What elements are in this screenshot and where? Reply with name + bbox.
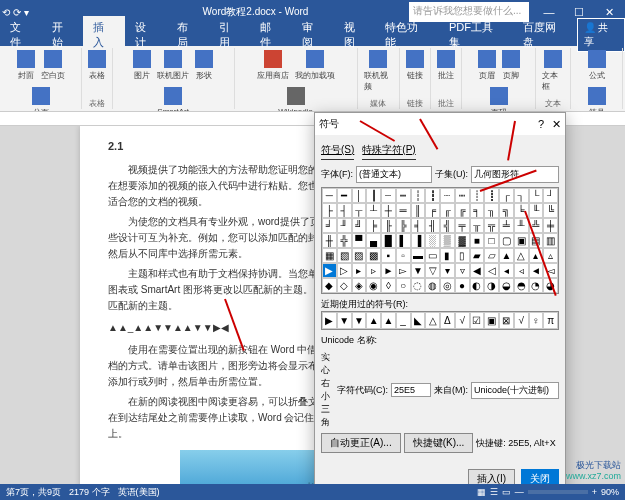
symbol-cell[interactable]: ▱ xyxy=(484,248,499,263)
symbol-cell[interactable]: ┃ xyxy=(366,188,381,203)
btn-header[interactable]: 页眉 xyxy=(476,48,498,83)
symbol-cell[interactable]: ▾ xyxy=(440,263,455,278)
symbol-cell[interactable]: ╥ xyxy=(470,218,485,233)
btn-table[interactable]: 表格 xyxy=(86,48,108,83)
symbol-cell[interactable]: ╚ xyxy=(543,203,558,218)
recent-symbol-cell[interactable]: √ xyxy=(514,312,529,329)
symbol-cell[interactable]: ╩ xyxy=(529,218,544,233)
btn-pagenum[interactable]: 页码 xyxy=(488,85,510,112)
symbol-cell[interactable]: ┈ xyxy=(440,188,455,203)
symbol-cell[interactable]: ▷ xyxy=(337,263,352,278)
symbol-cell[interactable]: ╤ xyxy=(455,218,470,233)
symbol-cell[interactable]: □ xyxy=(484,233,499,248)
symbol-cell[interactable]: ▌ xyxy=(396,233,411,248)
recent-symbol-cell[interactable]: Δ xyxy=(440,312,455,329)
zoom-level[interactable]: 90% xyxy=(601,487,619,497)
symbol-cell[interactable]: ╜ xyxy=(337,218,352,233)
symbol-cell[interactable]: ◑ xyxy=(484,278,499,293)
symbol-cell[interactable]: ◇ xyxy=(337,278,352,293)
symbol-cell[interactable]: ╕ xyxy=(470,203,485,218)
symbol-cell[interactable]: ◍ xyxy=(425,278,440,293)
symbol-cell[interactable]: ◈ xyxy=(352,278,367,293)
symbol-cell[interactable]: ┉ xyxy=(455,188,470,203)
symbol-cell[interactable]: ╨ xyxy=(514,218,529,233)
symbol-cell[interactable]: ▤ xyxy=(529,233,544,248)
btn-myapp[interactable]: 我的加载项 xyxy=(293,48,337,83)
subset-combo[interactable]: 几何图形符 xyxy=(471,166,559,183)
symbol-cell[interactable]: ▲ xyxy=(499,248,514,263)
symbol-cell[interactable]: ╞ xyxy=(366,218,381,233)
btn-break[interactable]: 分页 xyxy=(30,85,52,112)
symbol-cell[interactable]: ╗ xyxy=(499,203,514,218)
symbol-cell[interactable]: ◓ xyxy=(514,278,529,293)
symbol-cell[interactable]: ► xyxy=(381,263,396,278)
symbol-cell[interactable]: ▀ xyxy=(352,233,367,248)
symbol-cell[interactable]: ▧ xyxy=(337,248,352,263)
symbol-cell[interactable]: ◁ xyxy=(484,263,499,278)
recent-symbol-cell[interactable]: √ xyxy=(455,312,470,329)
symbol-cell[interactable]: ╣ xyxy=(440,218,455,233)
symbol-cell[interactable]: ▩ xyxy=(366,248,381,263)
btn-footer[interactable]: 页脚 xyxy=(500,48,522,83)
symbol-cell[interactable]: △ xyxy=(514,248,529,263)
symbol-cell[interactable]: ▼ xyxy=(411,263,426,278)
btn-smartart[interactable]: SmartArt xyxy=(155,85,191,112)
tab-symbols[interactable]: 符号(S) xyxy=(321,141,354,160)
symbol-cell[interactable]: ▻ xyxy=(396,263,411,278)
symbol-cell[interactable]: ○ xyxy=(396,278,411,293)
symbol-cell[interactable]: ◆ xyxy=(322,278,337,293)
btn-pic[interactable]: 图片 xyxy=(131,48,153,83)
symbol-cell[interactable]: ┊ xyxy=(470,188,485,203)
symbol-cell[interactable]: ┅ xyxy=(396,188,411,203)
symbol-cell[interactable]: ▦ xyxy=(322,248,337,263)
shortcut-button[interactable]: 快捷键(K)... xyxy=(404,433,474,453)
symbol-cell[interactable]: ● xyxy=(455,278,470,293)
symbol-cell[interactable]: ▵ xyxy=(543,248,558,263)
symbol-cell[interactable]: ◀ xyxy=(470,263,485,278)
symbol-cell[interactable]: ┼ xyxy=(381,203,396,218)
symbol-cell[interactable]: ░ xyxy=(425,233,440,248)
symbol-cell[interactable]: ◕ xyxy=(543,278,558,293)
symbol-cell[interactable]: │ xyxy=(352,188,367,203)
symbol-cell[interactable]: ╦ xyxy=(484,218,499,233)
symbol-cell[interactable]: ◃ xyxy=(514,263,529,278)
symbol-cell[interactable]: ▐ xyxy=(411,233,426,248)
btn-cover[interactable]: 封面 xyxy=(15,48,37,83)
symbol-cell[interactable]: ─ xyxy=(322,188,337,203)
view-icon[interactable]: ▦ xyxy=(477,487,486,497)
symbol-cell[interactable]: ╢ xyxy=(425,218,440,233)
symbol-cell[interactable]: ╙ xyxy=(529,203,544,218)
symbol-cell[interactable]: ┇ xyxy=(425,188,440,203)
symbol-cell[interactable]: ▽ xyxy=(425,263,440,278)
recent-symbol-cell[interactable]: ☑ xyxy=(470,312,485,329)
view-icon[interactable]: ▭ xyxy=(502,487,511,497)
symbol-cell[interactable]: ▄ xyxy=(366,233,381,248)
recent-symbol-cell[interactable]: ▶ xyxy=(322,312,337,329)
status-words[interactable]: 2179 个字 xyxy=(69,486,110,499)
symbol-cell[interactable]: ╠ xyxy=(396,218,411,233)
recent-symbol-cell[interactable]: ♀ xyxy=(529,312,544,329)
symbol-cell[interactable]: ║ xyxy=(411,203,426,218)
symbol-cell[interactable]: ╡ xyxy=(411,218,426,233)
symbol-cell[interactable]: ┤ xyxy=(337,203,352,218)
symbol-cell[interactable]: ├ xyxy=(322,203,337,218)
btn-symbol[interactable]: 符号 xyxy=(586,85,608,112)
symbol-cell[interactable]: ┌ xyxy=(499,188,514,203)
status-lang[interactable]: 英语(美国) xyxy=(118,486,160,499)
symbol-cell[interactable]: ┐ xyxy=(514,188,529,203)
btn-online[interactable]: 联机图片 xyxy=(155,48,191,83)
symbol-cell[interactable]: ◔ xyxy=(529,278,544,293)
symbol-cell[interactable]: ╪ xyxy=(543,218,558,233)
symbol-cell[interactable]: ╛ xyxy=(322,218,337,233)
dialog-help-button[interactable]: ? xyxy=(538,118,544,131)
btn-shape[interactable]: 形状 xyxy=(193,48,215,83)
symbol-cell[interactable]: ╝ xyxy=(352,218,367,233)
symbol-cell[interactable]: ◂ xyxy=(499,263,514,278)
recent-symbol-cell[interactable]: _ xyxy=(396,312,411,329)
symbol-cell[interactable]: ▶ xyxy=(322,263,337,278)
symbol-cell[interactable]: ▢ xyxy=(499,233,514,248)
symbol-cell[interactable]: ▭ xyxy=(425,248,440,263)
symbol-cell[interactable]: ╔ xyxy=(455,203,470,218)
symbol-cell[interactable]: ═ xyxy=(396,203,411,218)
recent-symbol-cell[interactable]: ▲ xyxy=(366,312,381,329)
